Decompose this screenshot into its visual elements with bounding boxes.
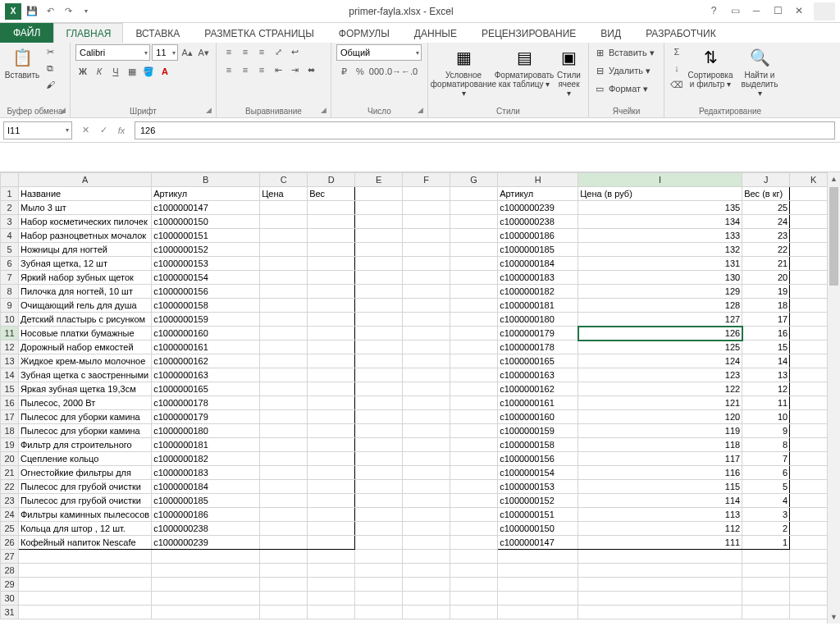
cell-H9[interactable]: c1000000181 (498, 299, 578, 313)
cell-I15[interactable]: 122 (578, 382, 742, 396)
cell-F26[interactable] (403, 536, 450, 550)
cell-D14[interactable] (308, 368, 355, 382)
cell-G13[interactable] (450, 354, 498, 368)
cell-A1[interactable]: Название (19, 187, 152, 201)
cell-E11[interactable] (355, 327, 403, 341)
align-bottom-icon[interactable]: ≡ (254, 44, 269, 59)
row-header-21[interactable]: 21 (1, 466, 19, 480)
cell-E30[interactable] (355, 592, 403, 606)
cell-C1[interactable]: Цена (260, 187, 308, 201)
cell-E31[interactable] (355, 606, 403, 619)
cell-B4[interactable]: c1000000151 (152, 229, 260, 243)
cell-C24[interactable] (260, 508, 308, 522)
row-header-15[interactable]: 15 (1, 382, 19, 396)
cell-B1[interactable]: Артикул (152, 187, 260, 201)
cancel-formula-icon[interactable]: ✕ (77, 122, 94, 139)
cell-E1[interactable] (355, 187, 403, 201)
cell-H8[interactable]: c1000000182 (498, 285, 578, 299)
cell-F13[interactable] (403, 354, 450, 368)
cell-F16[interactable] (403, 396, 450, 410)
cell-D31[interactable] (308, 606, 355, 619)
tab-4[interactable]: ДАННЫЕ (402, 23, 469, 43)
row-header-6[interactable]: 6 (1, 257, 19, 271)
cell-styles-button[interactable]: ▣ Стили ячеек ▾ (555, 44, 583, 99)
cell-D13[interactable] (308, 354, 355, 368)
cell-G20[interactable] (450, 452, 498, 466)
cell-G28[interactable] (450, 564, 498, 578)
indent-dec-icon[interactable]: ⇤ (271, 62, 285, 77)
row-header-23[interactable]: 23 (1, 494, 19, 508)
cell-I20[interactable]: 117 (578, 452, 742, 466)
cell-D30[interactable] (308, 592, 355, 606)
cell-D7[interactable] (308, 271, 355, 285)
cell-F28[interactable] (403, 564, 450, 578)
cell-C7[interactable] (260, 271, 308, 285)
cell-B10[interactable]: c1000000159 (152, 313, 260, 327)
cell-J30[interactable] (742, 592, 790, 606)
cell-A23[interactable]: Пылесос для грубой очистки (19, 494, 152, 508)
cell-B19[interactable]: c1000000181 (152, 438, 260, 452)
cell-I8[interactable]: 129 (578, 285, 742, 299)
cell-C4[interactable] (260, 229, 308, 243)
cell-E19[interactable] (355, 438, 403, 452)
cell-J4[interactable]: 23 (742, 229, 790, 243)
cell-J25[interactable]: 2 (742, 522, 790, 536)
col-header-B[interactable]: B (152, 173, 260, 187)
row-header-13[interactable]: 13 (1, 354, 19, 368)
paste-button[interactable]: 📋 Вставить (5, 44, 39, 81)
cell-I29[interactable] (578, 578, 742, 592)
row-header-14[interactable]: 14 (1, 368, 19, 382)
cell-I17[interactable]: 120 (578, 410, 742, 424)
row-header-12[interactable]: 12 (1, 341, 19, 354)
cell-D18[interactable] (308, 424, 355, 438)
cell-E22[interactable] (355, 480, 403, 494)
cell-B24[interactable]: c1000000186 (152, 508, 260, 522)
enter-formula-icon[interactable]: ✓ (95, 122, 112, 139)
cell-B3[interactable]: c1000000150 (152, 215, 260, 229)
cell-B31[interactable] (152, 606, 260, 619)
cell-F7[interactable] (403, 271, 450, 285)
cell-J23[interactable]: 4 (742, 494, 790, 508)
align-right-icon[interactable]: ≡ (254, 62, 269, 77)
cell-J21[interactable]: 6 (742, 466, 790, 480)
cell-H10[interactable]: c1000000180 (498, 313, 578, 327)
cell-J10[interactable]: 17 (742, 313, 790, 327)
cell-G25[interactable] (450, 522, 498, 536)
minimize-icon[interactable]: ─ (746, 2, 766, 19)
cell-B20[interactable]: c1000000182 (152, 452, 260, 466)
font-color-icon[interactable]: A (158, 64, 172, 79)
cell-C26[interactable] (260, 536, 308, 550)
cell-A2[interactable]: Мыло 3 шт (19, 201, 152, 215)
file-tab[interactable]: ФАЙЛ (0, 23, 53, 43)
cell-C20[interactable] (260, 452, 308, 466)
cell-B22[interactable]: c1000000184 (152, 480, 260, 494)
cell-E23[interactable] (355, 494, 403, 508)
cell-B14[interactable]: c1000000163 (152, 368, 260, 382)
formula-input[interactable]: 126 (135, 121, 835, 139)
underline-button[interactable]: Ч (108, 64, 123, 79)
cell-F4[interactable] (403, 229, 450, 243)
cell-G29[interactable] (450, 578, 498, 592)
cell-F6[interactable] (403, 257, 450, 271)
cell-A22[interactable]: Пылесос для грубой очистки (19, 480, 152, 494)
conditional-formatting-button[interactable]: ▦ Условное форматирование ▾ (433, 44, 494, 99)
col-header-H[interactable]: H (498, 173, 578, 187)
cell-E27[interactable] (355, 550, 403, 564)
cell-J15[interactable]: 12 (742, 382, 790, 396)
cell-B5[interactable]: c1000000152 (152, 243, 260, 257)
cell-H17[interactable]: c1000000160 (498, 410, 578, 424)
cell-A28[interactable] (19, 564, 152, 578)
cell-A21[interactable]: Огнестойкие фильтры для (19, 466, 152, 480)
cell-H28[interactable] (498, 564, 578, 578)
cell-A12[interactable]: Дорожный набор емкостей (19, 341, 152, 354)
cell-H5[interactable]: c1000000185 (498, 243, 578, 257)
cell-I30[interactable] (578, 592, 742, 606)
row-header-30[interactable]: 30 (1, 592, 19, 606)
cell-H24[interactable]: c1000000151 (498, 508, 578, 522)
row-header-19[interactable]: 19 (1, 438, 19, 452)
cell-J14[interactable]: 13 (742, 368, 790, 382)
cell-G19[interactable] (450, 438, 498, 452)
scroll-down-icon[interactable]: ▼ (828, 610, 840, 624)
row-header-3[interactable]: 3 (1, 215, 19, 229)
cell-I25[interactable]: 112 (578, 522, 742, 536)
